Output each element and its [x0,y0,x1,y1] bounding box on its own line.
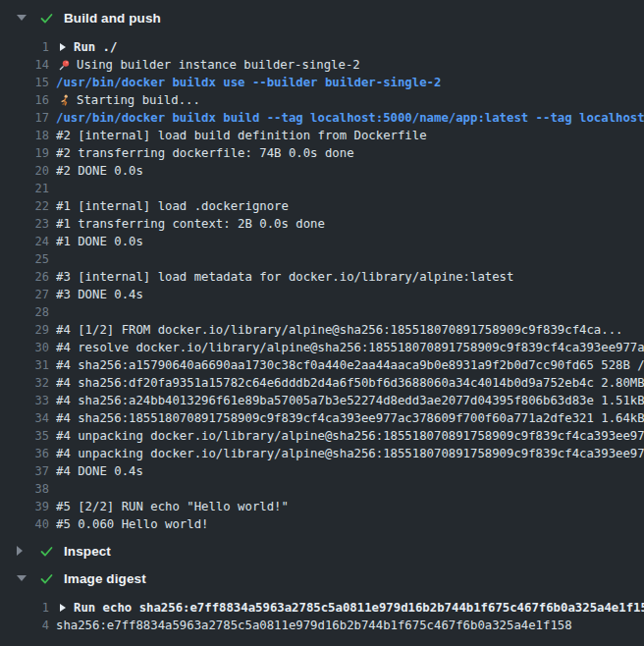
log-text: #4 sha256:df20fa9351a15782c64e6dddb2d4a6… [56,374,644,392]
line-number[interactable]: 1 [0,599,49,617]
log-text: #4 unpacking docker.io/library/alpine@sh… [56,427,644,445]
chevron-right-icon[interactable] [17,546,27,556]
log-line: 36#4 unpacking docker.io/library/alpine@… [0,445,644,462]
line-number[interactable]: 19 [0,144,49,162]
log-text: #4 sha256:a24bb4013296f61e89ba57005a7b3e… [56,392,644,409]
line-number[interactable]: 33 [0,392,49,409]
line-number[interactable]: 30 [0,339,49,356]
log-line: 35#4 unpacking docker.io/library/alpine@… [0,427,644,445]
line-number[interactable]: 22 [0,197,49,215]
line-number[interactable]: 31 [0,356,49,374]
log-line-content: #2 DONE 0.0s [56,162,644,180]
log-line-content: #5 0.060 Hello world! [56,515,644,533]
log-line: 38 [0,480,644,498]
section-title: Build and push [64,11,161,26]
log-text: #4 [1/2] FROM docker.io/library/alpine@s… [56,321,622,339]
line-number[interactable]: 32 [0,374,49,392]
log-line-content: sha256:e7ff8834a5963a2785c5a0811e979d16b… [56,617,644,634]
log-line: 37#4 DONE 0.4s [0,462,644,480]
log-text: Run echo sha256:e7ff8834a5963a2785c5a081… [74,599,644,617]
line-number[interactable]: 35 [0,427,49,445]
log-text: #4 unpacking docker.io/library/alpine@sh… [56,445,644,462]
log-text: #2 transferring dockerfile: 74B 0.0s don… [56,144,354,162]
line-number[interactable]: 4 [0,617,49,634]
log-line: 34#4 sha256:185518070891758909c9f839cf4c… [0,409,644,427]
line-number[interactable]: 20 [0,162,49,180]
line-number[interactable]: 27 [0,286,49,303]
line-number[interactable]: 16 [0,91,49,109]
line-number[interactable]: 1 [0,38,49,56]
line-number[interactable]: 40 [0,515,49,533]
log-line-content: /usr/bin/docker buildx use --builder bui… [56,74,644,91]
line-number[interactable]: 25 [0,250,49,268]
line-number[interactable]: 36 [0,445,49,462]
log-line: 19#2 transferring dockerfile: 74B 0.0s d… [0,144,644,162]
section-header[interactable]: Build and push [0,8,644,27]
check-icon [39,11,54,26]
log-text: /usr/bin/docker buildx build --tag local… [56,109,644,127]
line-number[interactable]: 23 [0,215,49,233]
log-line-content: #4 resolve docker.io/library/alpine@sha2… [56,339,644,356]
line-number[interactable]: 18 [0,127,49,144]
log-line-content: Using builder instance builder-single-2 [56,56,644,74]
log-text: #3 DONE 0.4s [56,286,143,303]
log-text: #2 DONE 0.0s [56,162,143,180]
log-line-content: #3 DONE 0.4s [56,286,644,303]
section-title: Inspect [64,544,111,559]
log-line: 18#2 [internal] load build definition fr… [0,127,644,144]
section-header[interactable]: Inspect [0,541,644,561]
line-number[interactable]: 24 [0,233,49,250]
line-number[interactable]: 39 [0,498,49,515]
log-line: 26#3 [internal] load metadata for docker… [0,268,644,286]
chevron-down-icon[interactable] [17,15,27,21]
line-number[interactable]: 28 [0,303,49,321]
log-line: 17/usr/bin/docker buildx build --tag loc… [0,109,644,127]
line-number[interactable]: 15 [0,74,49,91]
log-line-content [56,303,644,321]
line-number[interactable]: 37 [0,462,49,480]
line-number[interactable]: 17 [0,109,49,127]
line-number[interactable]: 38 [0,480,49,498]
log-text: #3 [internal] load metadata for docker.i… [56,268,513,286]
log-line: 23#1 transferring context: 2B 0.0s done [0,215,644,233]
log-section: Image digest1Run echo sha256:e7ff8834a59… [0,568,644,634]
log-line: 28 [0,303,644,321]
log-line: 15/usr/bin/docker buildx use --builder b… [0,74,644,91]
log-line: 30#4 resolve docker.io/library/alpine@sh… [0,339,644,356]
line-number[interactable]: 14 [0,56,49,74]
log-text: #4 resolve docker.io/library/alpine@sha2… [56,339,644,356]
pushpin-icon [58,59,71,72]
log-text: #1 transferring context: 2B 0.0s done [56,215,325,233]
log-line-content: #1 [internal] load .dockerignore [56,197,644,215]
play-icon[interactable] [56,38,74,56]
log-line: 24#1 DONE 0.0s [0,233,644,250]
line-number[interactable]: 21 [0,180,49,197]
line-number[interactable]: 26 [0,268,49,286]
log-line: 29#4 [1/2] FROM docker.io/library/alpine… [0,321,644,339]
log-line-content: #4 unpacking docker.io/library/alpine@sh… [56,427,644,445]
chevron-down-icon[interactable] [17,575,27,581]
log-line-content: #2 [internal] load build definition from… [56,127,644,144]
log-line-content [56,180,644,197]
section-header[interactable]: Image digest [0,568,644,588]
log-line-content [56,480,644,498]
log-line: 1Run ./ [0,38,644,56]
section-title: Image digest [64,571,146,586]
log-text: #4 DONE 0.4s [56,462,143,480]
log-line: 27#3 DONE 0.4s [0,286,644,303]
log-section: Build and push1Run ./14Using builder ins… [0,8,644,533]
log-line-content: #4 [1/2] FROM docker.io/library/alpine@s… [56,321,644,339]
log-text: #4 sha256:a15790640a6690aa1730c38cf0a440… [56,356,644,374]
log-lines: 1Run echo sha256:e7ff8834a5963a2785c5a08… [0,599,644,634]
line-number[interactable]: 29 [0,321,49,339]
log-line: 4sha256:e7ff8834a5963a2785c5a0811e979d16… [0,617,644,634]
log-text: Starting build... [77,91,200,109]
log-line: 33#4 sha256:a24bb4013296f61e89ba57005a7b… [0,392,644,409]
log-line-content: #4 sha256:a15790640a6690aa1730c38cf0a440… [56,356,644,374]
log-line-content: #3 [internal] load metadata for docker.i… [56,268,644,286]
log-line: 39#5 [2/2] RUN echo "Hello world!" [0,498,644,515]
log-line: 22#1 [internal] load .dockerignore [0,197,644,215]
log-section: Inspect [0,541,644,561]
play-icon[interactable] [56,599,74,617]
line-number[interactable]: 34 [0,409,49,427]
